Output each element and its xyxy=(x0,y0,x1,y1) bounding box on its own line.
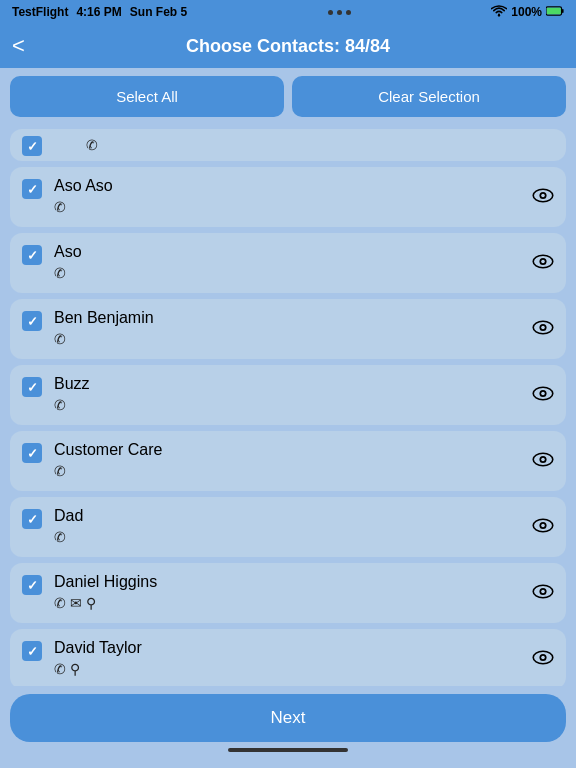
contact-checkbox[interactable]: ✓ xyxy=(22,136,42,156)
clear-selection-button[interactable]: Clear Selection xyxy=(292,76,566,117)
status-bar-left: TestFlight 4:16 PM Sun Feb 5 xyxy=(12,5,187,19)
contact-name: Aso Aso xyxy=(54,177,554,195)
contact-icons: ✆ xyxy=(54,397,554,413)
contact-icons: ✆✉⚲ xyxy=(54,595,554,611)
contact-icons: ✆ xyxy=(54,529,554,545)
eye-icon[interactable] xyxy=(532,318,554,341)
contact-checkbox[interactable]: ✓ xyxy=(22,311,42,331)
page-title: Choose Contacts: 84/84 xyxy=(186,36,390,57)
contact-icons: ✆ xyxy=(54,199,554,215)
dot-2 xyxy=(337,10,342,15)
svg-rect-3 xyxy=(547,8,561,15)
status-date: Sun Feb 5 xyxy=(130,5,187,19)
contact-name: Customer Care xyxy=(54,441,554,459)
contact-checkbox[interactable]: ✓ xyxy=(22,509,42,529)
email-icon: ✉ xyxy=(70,595,82,611)
contact-icons: ✆ xyxy=(54,265,554,281)
contact-info: Customer Care ✆ xyxy=(54,441,554,479)
list-item[interactable]: ✓ Customer Care ✆ xyxy=(10,431,566,491)
contact-name: Aso xyxy=(54,243,554,261)
list-item[interactable]: ✓ Dad ✆ xyxy=(10,497,566,557)
phone-icon: ✆ xyxy=(54,529,66,545)
contact-checkbox[interactable]: ✓ xyxy=(22,641,42,661)
svg-point-9 xyxy=(541,260,545,264)
svg-rect-2 xyxy=(562,9,564,13)
phone-icon: ✆ xyxy=(54,661,66,677)
contact-name: Buzz xyxy=(54,375,554,393)
list-item[interactable]: ✓ ✆ xyxy=(10,129,566,161)
dot-3 xyxy=(346,10,351,15)
contact-checkbox[interactable]: ✓ xyxy=(22,245,42,265)
eye-icon[interactable] xyxy=(532,384,554,407)
contact-list: ✓ ✆ ✓ Aso Aso ✆ xyxy=(0,125,576,693)
wifi-icon xyxy=(491,5,507,20)
next-button[interactable]: Next xyxy=(10,694,566,742)
eye-icon[interactable] xyxy=(532,516,554,539)
eye-icon[interactable] xyxy=(532,582,554,605)
bottom-area: Next xyxy=(0,686,576,768)
contact-info: Ben Benjamin ✆ xyxy=(54,309,554,347)
list-item[interactable]: ✓ Daniel Higgins ✆✉⚲ xyxy=(10,563,566,623)
svg-point-27 xyxy=(541,656,545,660)
header: < Choose Contacts: 84/84 xyxy=(0,24,576,68)
home-indicator xyxy=(10,748,566,752)
eye-icon[interactable] xyxy=(532,648,554,671)
phone-icon: ✆ xyxy=(54,463,66,479)
contact-name: David Taylor xyxy=(54,639,554,657)
contact-info: Aso ✆ xyxy=(54,243,554,281)
dot-1 xyxy=(328,10,333,15)
battery-level: 100% xyxy=(511,5,542,19)
location-icon: ⚲ xyxy=(86,595,96,611)
list-item[interactable]: ✓ Aso ✆ xyxy=(10,233,566,293)
list-item[interactable]: ✓ Aso Aso ✆ xyxy=(10,167,566,227)
status-bar: TestFlight 4:16 PM Sun Feb 5 100% xyxy=(0,0,576,24)
eye-icon[interactable] xyxy=(532,450,554,473)
phone-icon: ✆ xyxy=(54,397,66,413)
svg-point-18 xyxy=(541,458,545,462)
list-item[interactable]: ✓ David Taylor ✆⚲ xyxy=(10,629,566,689)
phone-icon: ✆ xyxy=(54,331,66,347)
contact-info: Daniel Higgins ✆✉⚲ xyxy=(54,573,554,611)
action-buttons: Select All Clear Selection xyxy=(0,68,576,125)
svg-point-24 xyxy=(541,590,545,594)
list-item[interactable]: ✓ Ben Benjamin ✆ xyxy=(10,299,566,359)
contact-checkbox[interactable]: ✓ xyxy=(22,179,42,199)
status-time: 4:16 PM xyxy=(76,5,121,19)
phone-icon: ✆ xyxy=(54,265,66,281)
contact-icons: ✆ xyxy=(54,463,554,479)
contact-name: Daniel Higgins xyxy=(54,573,554,591)
select-all-button[interactable]: Select All xyxy=(10,76,284,117)
svg-point-12 xyxy=(541,326,545,330)
eye-icon[interactable] xyxy=(532,186,554,209)
status-bar-right: 100% xyxy=(491,5,564,20)
contact-info: David Taylor ✆⚲ xyxy=(54,639,554,677)
eye-icon[interactable] xyxy=(532,252,554,275)
contact-checkbox[interactable]: ✓ xyxy=(22,575,42,595)
contact-info: Dad ✆ xyxy=(54,507,554,545)
contact-name: Dad xyxy=(54,507,554,525)
app-name: TestFlight xyxy=(12,5,68,19)
contact-info: Aso Aso ✆ xyxy=(54,177,554,215)
home-indicator-bar xyxy=(228,748,348,752)
contact-name: Ben Benjamin xyxy=(54,309,554,327)
battery-icon xyxy=(546,5,564,19)
contact-checkbox[interactable]: ✓ xyxy=(22,443,42,463)
list-item[interactable]: ✓ Buzz ✆ xyxy=(10,365,566,425)
status-bar-dots xyxy=(328,10,351,15)
svg-point-6 xyxy=(541,194,545,198)
phone-icon: ✆ xyxy=(86,137,98,153)
svg-point-15 xyxy=(541,392,545,396)
contact-info: Buzz ✆ xyxy=(54,375,554,413)
svg-point-21 xyxy=(541,524,545,528)
back-button[interactable]: < xyxy=(12,33,25,59)
contact-icons: ✆⚲ xyxy=(54,661,554,677)
contact-icons: ✆ xyxy=(54,331,554,347)
svg-point-0 xyxy=(498,14,500,16)
phone-icon: ✆ xyxy=(54,199,66,215)
location-icon: ⚲ xyxy=(70,661,80,677)
contact-checkbox[interactable]: ✓ xyxy=(22,377,42,397)
phone-icon: ✆ xyxy=(54,595,66,611)
